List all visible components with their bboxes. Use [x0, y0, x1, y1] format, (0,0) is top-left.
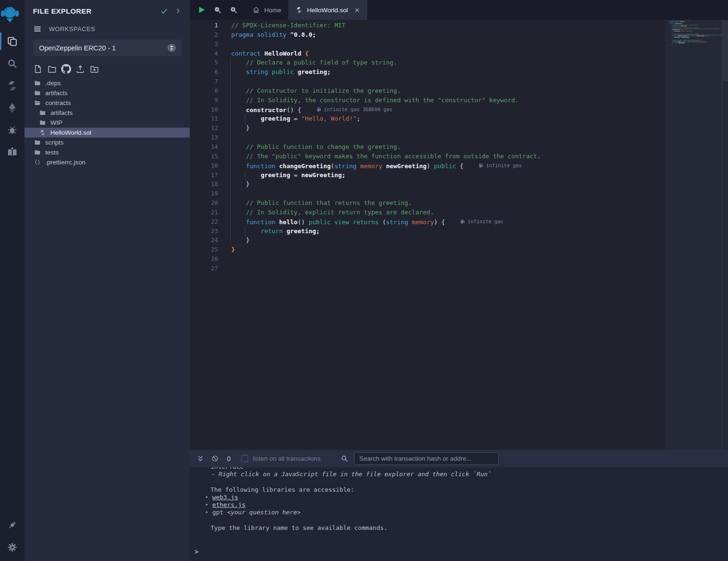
- code-line[interactable]: 18 }: [190, 179, 665, 189]
- code-line[interactable]: 7: [190, 77, 665, 86]
- play-icon: [197, 5, 206, 15]
- terminal-link[interactable]: ethers.js: [212, 501, 245, 508]
- line-number: 8: [190, 86, 218, 96]
- line-number: 15: [190, 152, 218, 161]
- terminal-prompt[interactable]: >: [190, 548, 728, 555]
- code-line[interactable]: 25}: [190, 245, 665, 254]
- hamburger-menu-icon[interactable]: [33, 24, 42, 33]
- code-line[interactable]: 1// SPDX-License-Identifier: MIT: [190, 21, 665, 30]
- folder: [34, 139, 41, 146]
- code-line[interactable]: 24 }: [190, 236, 665, 245]
- activitybar-solidity-compiler[interactable]: [0, 74, 24, 97]
- zoom-in-button[interactable]: [226, 0, 242, 20]
- solidity-file: [39, 129, 46, 136]
- code-line[interactable]: 20 // Public function that returns the g…: [190, 198, 665, 208]
- check-icon[interactable]: [160, 7, 168, 15]
- code-line[interactable]: 9 // In Solidity, the constructor is def…: [190, 96, 665, 105]
- tab-helloworld-sol[interactable]: HelloWorld.sol: [288, 0, 367, 20]
- code-line[interactable]: 17 greeting = newGreeting;: [190, 171, 665, 180]
- tree-item-label: WIP: [50, 119, 63, 126]
- scrollbar-slider[interactable]: [723, 21, 728, 81]
- remix-ide-window: FILE EXPLORER WORKSPACES OpenZeppelin ER…: [0, 0, 728, 561]
- minimap-code: // SPDX-License-Identifier: MITpragma so…: [669, 21, 722, 48]
- activitybar-file-explorer[interactable]: [0, 30, 24, 52]
- code-line[interactable]: 5 // Declare a public field of type stri…: [190, 58, 665, 67]
- code-line[interactable]: 6 string public greeting;: [190, 67, 665, 77]
- tree-item[interactable]: .prettierrc.json: [24, 157, 190, 167]
- workspace-select[interactable]: OpenZeppelin ERC20 - 1: [33, 40, 181, 56]
- book-icon: [7, 146, 18, 158]
- code-line[interactable]: 27: [190, 264, 665, 273]
- solidity-icon: [7, 80, 18, 91]
- plug-icon: [7, 520, 18, 531]
- code-line[interactable]: 21 // In Solidity, explicit return types…: [190, 208, 665, 217]
- line-number: 27: [190, 264, 218, 273]
- line-number: 18: [190, 179, 218, 189]
- code-line[interactable]: 3: [190, 40, 665, 49]
- activitybar-settings[interactable]: [0, 536, 24, 558]
- create-new-file-button[interactable]: [33, 64, 43, 74]
- close-icon[interactable]: [354, 7, 360, 13]
- listen-transactions-checkbox[interactable]: [241, 455, 248, 462]
- code-line[interactable]: 26: [190, 254, 665, 264]
- code-line[interactable]: 8 // Constructor to initialize the greet…: [190, 86, 665, 96]
- tree-item[interactable]: WIP: [24, 118, 190, 128]
- code-editor[interactable]: 1// SPDX-License-Identifier: MIT2pragma …: [190, 20, 665, 450]
- terminal-line: •gpt <your question here>: [190, 509, 728, 516]
- folder: [39, 119, 46, 126]
- editor-scrollbar[interactable]: [722, 20, 728, 450]
- code-line[interactable]: 13: [190, 133, 665, 142]
- code-line[interactable]: 19: [190, 189, 665, 198]
- toggle-terminal-icon[interactable]: [196, 455, 204, 463]
- upload-folder-button[interactable]: [89, 64, 99, 74]
- create-new-folder-button[interactable]: [47, 64, 57, 74]
- activitybar-deploy-and-run[interactable]: [0, 97, 24, 119]
- tree-item[interactable]: scripts: [24, 138, 190, 147]
- code-line[interactable]: 4contract HelloWorld {: [190, 49, 665, 58]
- activitybar-search[interactable]: [0, 52, 24, 74]
- remix-logo-icon[interactable]: [0, 4, 20, 25]
- tree-item[interactable]: HelloWorld.sol: [24, 128, 190, 138]
- workspace-switch-icon[interactable]: [167, 43, 177, 53]
- file-explorer-icon: [7, 36, 18, 47]
- tab-home[interactable]: Home: [245, 0, 288, 20]
- minimap[interactable]: // SPDX-License-Identifier: MITpragma so…: [665, 20, 728, 450]
- code-line[interactable]: 15 // The "public" keyword makes the fun…: [190, 152, 665, 161]
- line-number: 14: [190, 142, 218, 152]
- activitybar-debugger[interactable]: [0, 119, 24, 141]
- tree-item[interactable]: tests: [24, 147, 190, 157]
- run-script-button[interactable]: [194, 0, 210, 20]
- code-line[interactable]: 23 return greeting;: [190, 227, 665, 236]
- terminal-search-input[interactable]: [354, 452, 499, 465]
- line-number: 11: [190, 114, 218, 123]
- upload-file-button[interactable]: [75, 64, 85, 74]
- code-line[interactable]: 14 // Public function to change the gree…: [190, 142, 665, 152]
- code-line[interactable]: 11 greeting = "Hello, World!";: [190, 114, 665, 123]
- line-number: 20: [190, 198, 218, 208]
- chevron-right-icon[interactable]: [175, 8, 181, 14]
- clear-console-icon[interactable]: [211, 455, 219, 463]
- line-number: 23: [190, 227, 218, 236]
- line-number: 12: [190, 123, 218, 133]
- file-explorer-panel: FILE EXPLORER WORKSPACES OpenZeppelin ER…: [24, 0, 190, 561]
- code-line[interactable]: 10 constructor() {infinite gas 368600 ga…: [190, 105, 665, 114]
- code-line[interactable]: 12 }: [190, 123, 665, 133]
- code-line[interactable]: 2pragma solidity ^0.8.0;: [190, 30, 665, 40]
- code-line[interactable]: 22 function hello() public view returns …: [190, 217, 665, 227]
- gas-estimate: infinite gas: [478, 161, 522, 171]
- tree-item[interactable]: .deps: [24, 78, 190, 88]
- terminal-line: •web3.js: [190, 494, 728, 501]
- code-line[interactable]: 16 function changeGreeting(string memory…: [190, 161, 665, 171]
- activitybar-plugin-manager[interactable]: [0, 514, 24, 536]
- zoom-out-button[interactable]: [210, 0, 226, 20]
- gear-icon: [7, 542, 18, 553]
- tree-item-label: artifacts: [45, 89, 67, 97]
- tree-item[interactable]: artifacts: [24, 88, 190, 98]
- terminal-link[interactable]: web3.js: [212, 494, 238, 501]
- line-number: 5: [190, 58, 218, 67]
- tree-item[interactable]: artifacts: [24, 108, 190, 118]
- file-explorer-toolbar: [33, 64, 181, 74]
- clone-git-repository-button[interactable]: [61, 64, 71, 74]
- activitybar-learneth[interactable]: [0, 141, 24, 163]
- tree-item[interactable]: contracts: [24, 98, 190, 108]
